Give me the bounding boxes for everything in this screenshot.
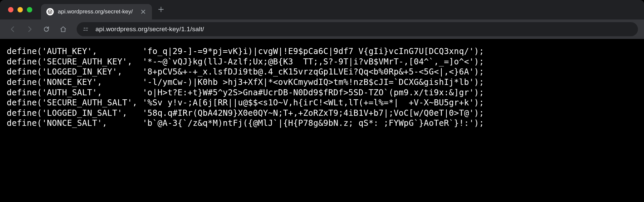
define-line: define('NONCE_KEY', '-l/ymCw-)|K0hb >hj3… — [7, 77, 637, 88]
back-button[interactable] — [6, 22, 19, 36]
titlebar: api.wordpress.org/secret-key/ — [0, 0, 644, 19]
window-close-button[interactable] — [8, 7, 13, 12]
define-line: define('LOGGED_IN_KEY', '8+pCV5&+-+_x.ls… — [7, 67, 637, 77]
url-text: api.wordpress.org/secret-key/1.1/salt/ — [95, 26, 204, 33]
tab-close-button[interactable] — [140, 8, 147, 15]
browser-window: api.wordpress.org/secret-key/ api.wordpr… — [0, 0, 644, 202]
svg-point-2 — [86, 30, 87, 31]
wordpress-favicon-icon — [46, 8, 54, 15]
forward-button[interactable] — [23, 22, 36, 36]
toolbar: api.wordpress.org/secret-key/1.1/salt/ — [0, 19, 644, 39]
define-line: define('SECURE_AUTH_KEY', '*-~@`vQJ}kg(l… — [7, 57, 637, 67]
tab-title: api.wordpress.org/secret-key/ — [58, 8, 136, 15]
window-controls — [8, 7, 32, 12]
define-line: define('AUTH_KEY', 'fo_q|29-]-=9*pj=vK}i… — [7, 46, 637, 57]
address-bar[interactable]: api.wordpress.org/secret-key/1.1/salt/ — [77, 22, 638, 36]
define-line: define('LOGGED_IN_SALT', '58q.q#IRr(QbA4… — [7, 108, 637, 118]
window-maximize-button[interactable] — [27, 7, 32, 12]
home-button[interactable] — [56, 22, 70, 36]
define-line: define('SECURE_AUTH_SALT', '%Sv y!v-;A[6… — [7, 98, 637, 108]
window-minimize-button[interactable] — [17, 7, 23, 12]
page-content: define('AUTH_KEY', 'fo_q|29-]-=9*pj=vK}i… — [0, 39, 644, 136]
new-tab-button[interactable] — [158, 5, 164, 14]
define-line: define('NONCE_SALT', 'b`@A-3{`/z&q*M)ntF… — [7, 118, 637, 129]
reload-button[interactable] — [40, 22, 53, 36]
svg-rect-3 — [83, 30, 86, 31]
site-settings-icon[interactable] — [83, 26, 91, 32]
define-line: define('AUTH_SALT', 'o|H>t?E:+t}W#5^y2S>… — [7, 88, 637, 98]
svg-rect-1 — [85, 28, 88, 29]
browser-tab[interactable]: api.wordpress.org/secret-key/ — [41, 4, 152, 19]
svg-point-0 — [84, 28, 85, 29]
